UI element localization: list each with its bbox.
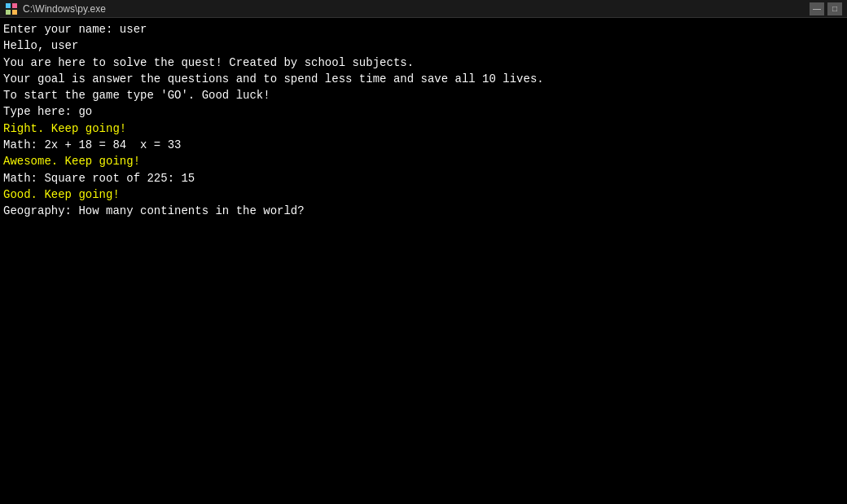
window-title: C:\Windows\py.exe bbox=[23, 3, 106, 15]
console-line: You are here to solve the quest! Created… bbox=[3, 55, 844, 71]
console-line: Right. Keep going! bbox=[3, 121, 844, 137]
console-line: Type here: go bbox=[3, 103, 844, 120]
console-line: Awesome. Keep going! bbox=[3, 153, 844, 169]
console-line: Good. Keep going! bbox=[3, 186, 844, 203]
svg-rect-3 bbox=[12, 10, 17, 15]
title-bar-controls: — □ bbox=[810, 2, 842, 15]
svg-rect-0 bbox=[6, 3, 11, 8]
console-line: To start the game type 'GO'. Good luck! bbox=[3, 87, 844, 103]
maximize-button[interactable]: □ bbox=[827, 2, 842, 15]
console-line: Enter your name: user bbox=[3, 21, 844, 37]
app-icon bbox=[5, 2, 18, 15]
minimize-button[interactable]: — bbox=[810, 2, 824, 15]
title-bar: C:\Windows\py.exe — □ bbox=[0, 0, 847, 18]
svg-rect-2 bbox=[6, 10, 11, 15]
console-line: Geography: How many continents in the wo… bbox=[3, 203, 844, 219]
svg-rect-1 bbox=[12, 3, 17, 8]
title-bar-left: C:\Windows\py.exe bbox=[5, 2, 106, 15]
console-line: Your goal is answer the questions and to… bbox=[3, 71, 844, 87]
console-line: Math: Square root of 225: 15 bbox=[3, 170, 844, 186]
console-body: Enter your name: userHello, userYou are … bbox=[0, 18, 847, 504]
console-line: Hello, user bbox=[3, 37, 844, 54]
console-line: Math: 2x + 18 = 84 x = 33 bbox=[3, 137, 844, 153]
